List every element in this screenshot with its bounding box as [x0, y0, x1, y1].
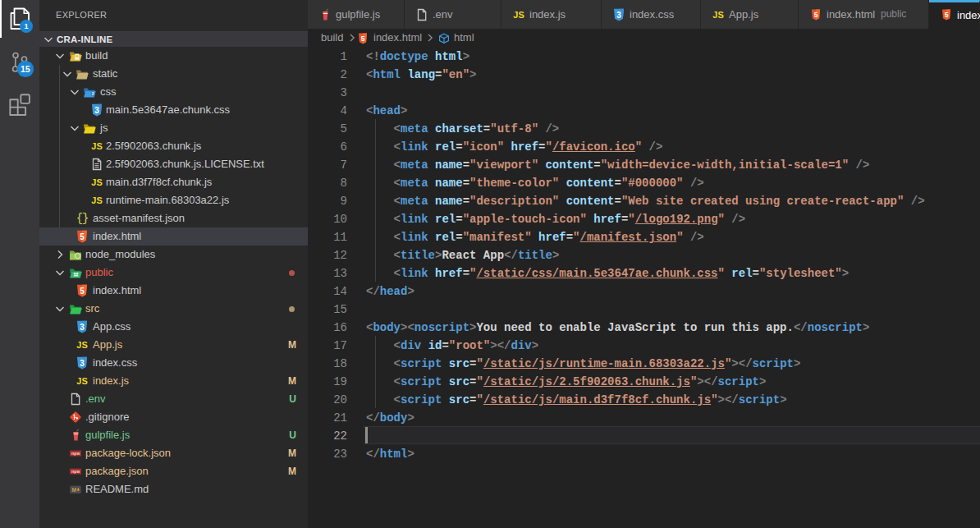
svg-text:5: 5: [80, 287, 85, 296]
svg-text:npm: npm: [71, 451, 80, 457]
svg-text:5: 5: [80, 232, 85, 241]
svg-text:M: M: [72, 487, 77, 493]
svg-text:3: 3: [80, 323, 85, 332]
svg-text:3: 3: [616, 10, 621, 19]
svg-text:3: 3: [94, 106, 99, 115]
svg-text:5: 5: [361, 34, 365, 43]
svg-text:5: 5: [814, 11, 818, 19]
svg-text:3: 3: [80, 359, 85, 368]
svg-text:5: 5: [945, 11, 949, 19]
svg-text:3: 3: [92, 92, 94, 96]
svg-text:npm: npm: [71, 469, 80, 475]
